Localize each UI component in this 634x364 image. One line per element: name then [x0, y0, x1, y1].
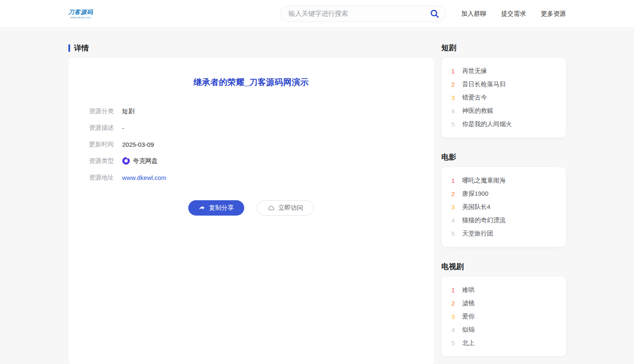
search-bar [280, 6, 446, 22]
field-row-resource-url: 资源地址 www.dkewl.com [89, 169, 413, 186]
rank-number: 5 [452, 230, 457, 237]
site-logo[interactable]: 刀客源码 www.dkewl.com [68, 9, 93, 19]
nav-join-group[interactable]: 加入群聊 [462, 10, 486, 18]
field-label: 资源地址 [89, 174, 115, 182]
sidebar-title-tv-series: 电视剧 [442, 262, 566, 272]
main-column: 详情 继承者的荣耀_刀客源码网演示 资源分类 短剧 资源描述 - 更新时间 20… [68, 28, 434, 364]
list-item[interactable]: 1 难哄 [452, 283, 556, 296]
list-item-title: 错爱古今 [462, 94, 487, 102]
list-item[interactable]: 3 爱你 [452, 310, 556, 323]
nav-more-resources[interactable]: 更多资源 [541, 10, 566, 18]
top-header: 刀客源码 www.dkewl.com 加入群聊 提交需求 更多资源 [0, 0, 634, 28]
field-value-update-time: 2025-03-09 [122, 141, 154, 148]
visit-now-label: 立即访问 [278, 204, 303, 212]
detail-section-header: 详情 [68, 43, 434, 53]
header-nav: 加入群聊 提交需求 更多资源 [462, 10, 566, 18]
site-logo-subtitle: www.dkewl.com [70, 16, 91, 19]
cloud-icon [267, 204, 275, 212]
list-item[interactable]: 5 北上 [452, 336, 556, 349]
site-logo-title: 刀客源码 [68, 9, 93, 15]
search-button[interactable] [430, 9, 440, 19]
sidebar-card-short-drama: 1 再世无缘 2 昔日长枪落马归 3 错爱古今 4 神医的救赎 5 你是我的人间… [442, 58, 566, 137]
sidebar-title-movies: 电影 [442, 152, 566, 162]
section-accent-bar [68, 44, 70, 52]
sidebar-card-tv-series: 1 难哄 2 滤镜 3 爱你 4 似锦 5 北上 [442, 277, 566, 356]
sidebar-title-short-drama: 短剧 [442, 43, 566, 53]
list-item[interactable]: 2 昔日长枪落马归 [452, 78, 556, 91]
detail-fields: 资源分类 短剧 资源描述 - 更新时间 2025-03-09 资源类型 夸克网盘 [89, 103, 413, 186]
list-item-title: 爱你 [462, 313, 475, 320]
list-item[interactable]: 2 滤镜 [452, 296, 556, 310]
list-item[interactable]: 5 你是我的人间烟火 [452, 117, 556, 131]
field-row-resource-type: 资源类型 夸克网盘 [89, 153, 413, 169]
field-row-update-time: 更新时间 2025-03-09 [89, 136, 413, 153]
resource-url-link[interactable]: www.dkewl.com [122, 174, 167, 181]
field-label: 更新时间 [89, 141, 115, 148]
rank-number: 5 [452, 121, 457, 128]
detail-card: 继承者的荣耀_刀客源码网演示 资源分类 短剧 资源描述 - 更新时间 2025-… [68, 58, 434, 364]
field-row-category: 资源分类 短剧 [89, 103, 413, 119]
list-item-title: 哪吒之魔童闹海 [462, 177, 506, 184]
list-item[interactable]: 2 唐探1900 [452, 187, 556, 200]
list-item[interactable]: 3 美国队长4 [452, 200, 556, 214]
header-inner: 刀客源码 www.dkewl.com 加入群聊 提交需求 更多资源 [68, 6, 566, 22]
visit-now-button[interactable]: 立即访问 [257, 200, 314, 216]
list-item-title: 似锦 [462, 326, 475, 334]
search-icon [430, 9, 440, 19]
action-buttons: 复制分享 立即访问 [89, 200, 413, 216]
list-item[interactable]: 1 哪吒之魔童闹海 [452, 174, 556, 187]
detail-section-title: 详情 [74, 43, 89, 53]
field-row-description: 资源描述 - [89, 119, 413, 136]
field-value-description: - [122, 124, 124, 131]
list-item-title: 再世无缘 [462, 67, 487, 75]
rank-number: 5 [452, 340, 457, 347]
list-item[interactable]: 4 神医的救赎 [452, 104, 556, 117]
rank-number: 3 [452, 204, 457, 211]
field-label: 资源描述 [89, 124, 115, 132]
list-item-title: 天堂旅行团 [462, 230, 493, 238]
rank-number: 2 [452, 81, 457, 88]
field-value-resource-type: 夸克网盘 [122, 157, 158, 165]
list-item-title: 唐探1900 [462, 190, 488, 198]
rank-number: 2 [452, 190, 457, 197]
rank-number: 3 [452, 94, 457, 101]
nav-submit-request[interactable]: 提交需求 [501, 10, 526, 18]
copy-share-button[interactable]: 复制分享 [188, 200, 244, 216]
list-item-title: 滤镜 [462, 299, 475, 307]
resource-title: 继承者的荣耀_刀客源码网演示 [89, 77, 413, 88]
list-item-title: 昔日长枪落马归 [462, 80, 506, 88]
list-item-title: 猫猫的奇幻漂流 [462, 216, 506, 224]
field-value-category: 短剧 [122, 107, 135, 115]
list-item[interactable]: 5 天堂旅行团 [452, 227, 556, 240]
list-item[interactable]: 4 猫猫的奇幻漂流 [452, 214, 556, 227]
rank-number: 2 [452, 300, 457, 307]
field-label: 资源分类 [89, 107, 115, 115]
list-item-title: 难哄 [462, 286, 475, 294]
sidebar: 短剧 1 再世无缘 2 昔日长枪落马归 3 错爱古今 4 神医的救赎 5 你是我… [442, 28, 566, 356]
page-container: 详情 继承者的荣耀_刀客源码网演示 资源分类 短剧 资源描述 - 更新时间 20… [68, 28, 566, 364]
share-arrow-icon [199, 204, 206, 211]
copy-share-label: 复制分享 [209, 204, 234, 212]
rank-number: 3 [452, 313, 457, 320]
rank-number: 1 [452, 286, 457, 294]
list-item[interactable]: 4 似锦 [452, 323, 556, 336]
rank-number: 4 [452, 217, 457, 224]
field-label: 资源类型 [89, 157, 115, 165]
search-input[interactable] [289, 10, 430, 17]
rank-number: 1 [452, 68, 457, 75]
list-item-title: 北上 [462, 339, 475, 347]
quark-disk-icon [122, 157, 130, 165]
list-item-title: 美国队长4 [462, 203, 491, 211]
list-item-title: 你是我的人间烟火 [462, 120, 512, 128]
resource-type-text: 夸克网盘 [133, 157, 158, 165]
rank-number: 1 [452, 177, 457, 184]
rank-number: 4 [452, 326, 457, 333]
list-item[interactable]: 3 错爱古今 [452, 91, 556, 104]
list-item[interactable]: 1 再世无缘 [452, 64, 556, 78]
list-item-title: 神医的救赎 [462, 107, 493, 115]
rank-number: 4 [452, 107, 457, 114]
sidebar-card-movies: 1 哪吒之魔童闹海 2 唐探1900 3 美国队长4 4 猫猫的奇幻漂流 5 天… [442, 167, 566, 247]
